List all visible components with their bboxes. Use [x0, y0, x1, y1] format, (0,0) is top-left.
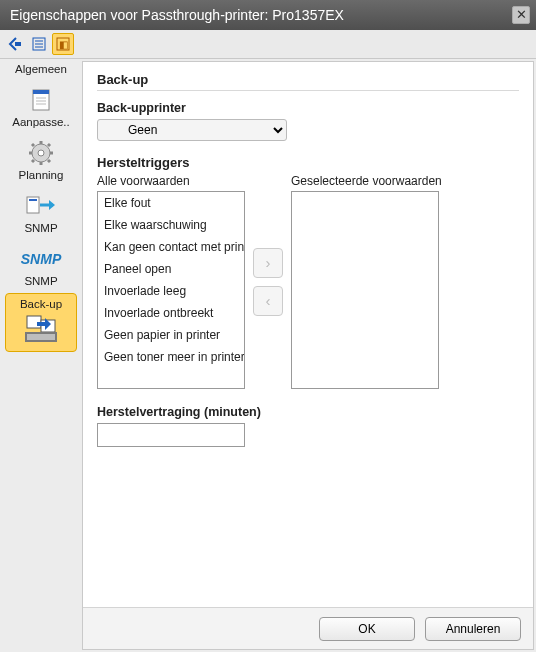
svg-text:◧: ◧ — [59, 39, 68, 50]
all-conditions-label: Alle voorwaarden — [97, 174, 245, 188]
svg-line-20 — [48, 144, 50, 146]
list-icon — [31, 36, 47, 52]
chevron-right-icon: › — [266, 254, 271, 271]
sidebar-item-snmp2[interactable]: SNMP SNMP — [5, 240, 77, 291]
titlebar: Eigenschappen voor Passthrough-printer: … — [0, 0, 536, 30]
gear-icon — [22, 138, 60, 168]
svg-rect-23 — [29, 199, 37, 201]
close-button[interactable]: ✕ — [512, 6, 530, 24]
sidebar: Algemeen Aanpasse.. Planning SNMP SNMP S… — [0, 59, 82, 652]
svg-rect-0 — [15, 42, 21, 46]
back-icon — [7, 36, 23, 52]
delay-input[interactable] — [97, 423, 245, 447]
toolbar: ◧ — [0, 30, 536, 59]
toolbar-back-button[interactable] — [4, 33, 26, 55]
list-item[interactable]: Elke waarschuwing — [98, 214, 244, 236]
selected-conditions-label: Geselecteerde voorwaarden — [291, 174, 442, 188]
list-item[interactable]: Kan geen contact met printer maken — [98, 236, 244, 258]
list-item[interactable]: Invoerlade ontbreekt — [98, 302, 244, 324]
svg-rect-27 — [27, 334, 55, 340]
snmp-text-icon: SNMP — [22, 244, 60, 274]
list-item[interactable]: Geen papier in printer — [98, 324, 244, 346]
content-panel: Back-up Back-upprinter Geen Hersteltrigg… — [82, 61, 534, 650]
ok-button[interactable]: OK — [319, 617, 415, 641]
window-title: Eigenschappen voor Passthrough-printer: … — [10, 7, 512, 23]
triggers-heading: Hersteltriggers — [97, 155, 519, 170]
backup-icon — [22, 312, 60, 346]
delay-label: Herstelvertraging (minuten) — [97, 405, 519, 419]
dialog-footer: OK Annuleren — [83, 607, 533, 649]
divider — [97, 90, 519, 91]
cancel-button[interactable]: Annuleren — [425, 617, 521, 641]
list-item[interactable]: Invoerlade leeg — [98, 280, 244, 302]
list-item[interactable]: Paneel open — [98, 258, 244, 280]
sidebar-item-label: SNMP — [24, 275, 57, 287]
page-heading: Back-up — [97, 72, 519, 87]
chevron-left-icon: ‹ — [266, 292, 271, 309]
sidebar-item-label: Planning — [19, 169, 64, 181]
all-conditions-listbox[interactable]: Elke fout Elke waarschuwing Kan geen con… — [97, 191, 245, 389]
sidebar-item-aanpassen[interactable]: Aanpasse.. — [5, 81, 77, 132]
code-icon: ◧ — [55, 36, 71, 52]
svg-line-21 — [32, 160, 34, 162]
sidebar-item-snmp[interactable]: SNMP — [5, 187, 77, 238]
svg-point-13 — [38, 150, 44, 156]
svg-line-18 — [32, 144, 34, 146]
svg-rect-8 — [33, 90, 49, 94]
toolbar-list-button[interactable] — [28, 33, 50, 55]
toolbar-code-button[interactable]: ◧ — [52, 33, 74, 55]
remove-condition-button[interactable]: ‹ — [253, 286, 283, 316]
sidebar-item-planning[interactable]: Planning — [5, 134, 77, 185]
list-item[interactable]: Geen toner meer in printer — [98, 346, 244, 368]
add-condition-button[interactable]: › — [253, 248, 283, 278]
sidebar-item-label: Algemeen — [15, 63, 67, 75]
sidebar-item-label: Aanpasse.. — [12, 116, 70, 128]
sidebar-item-label: SNMP — [24, 222, 57, 234]
svg-line-19 — [48, 160, 50, 162]
backup-printer-label: Back-upprinter — [97, 101, 519, 115]
sidebar-item-label: Back-up — [20, 298, 62, 310]
selected-conditions-listbox[interactable] — [291, 191, 439, 389]
backup-printer-select[interactable]: Geen — [97, 119, 287, 141]
sidebar-item-algemeen[interactable]: Algemeen — [5, 59, 77, 79]
sidebar-item-backup[interactable]: Back-up — [5, 293, 77, 352]
document-icon — [22, 85, 60, 115]
snmp-icon — [22, 191, 60, 221]
list-item[interactable]: Elke fout — [98, 192, 244, 214]
